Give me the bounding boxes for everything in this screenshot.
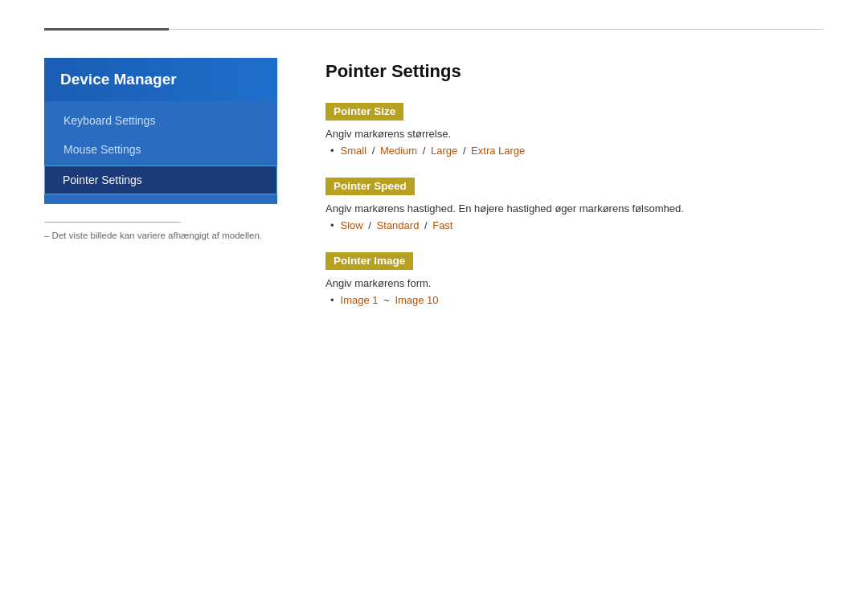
sidebar: Device Manager Keyboard Settings Mouse S… xyxy=(44,58,277,327)
top-bar xyxy=(0,0,868,58)
section-heading-pointer-speed: Pointer Speed xyxy=(326,178,415,195)
sidebar-item-pointer[interactable]: Pointer Settings xyxy=(44,166,277,194)
panel-title: Pointer Settings xyxy=(326,61,824,82)
section-pointer-size: Pointer Size Angiv markørens størrelse. … xyxy=(326,103,824,157)
sidebar-item-mouse[interactable]: Mouse Settings xyxy=(44,135,277,164)
top-bar-right-line xyxy=(169,29,824,30)
sidebar-header: Device Manager xyxy=(44,58,277,101)
option-medium[interactable]: Medium xyxy=(380,145,417,157)
sidebar-item-keyboard[interactable]: Keyboard Settings xyxy=(44,106,277,135)
section-pointer-speed: Pointer Speed Angiv markørens hastighed.… xyxy=(326,178,824,231)
bullet-pointer-image: • xyxy=(330,294,334,306)
section-desc-pointer-image: Angiv markørens form. xyxy=(326,277,824,289)
sidebar-divider xyxy=(44,222,181,223)
section-desc-pointer-speed: Angiv markørens hastighed. En højere has… xyxy=(326,202,824,215)
option-image10[interactable]: Image 10 xyxy=(395,294,438,306)
option-fast[interactable]: Fast xyxy=(432,219,452,231)
sidebar-footnote: – Det viste billede kan variere afhængig… xyxy=(44,231,277,240)
section-heading-pointer-image: Pointer Image xyxy=(326,252,413,270)
section-desc-pointer-size: Angiv markørens størrelse. xyxy=(326,128,824,140)
section-options-pointer-size: • Small / Medium / Large / Extra Large xyxy=(326,145,824,157)
option-standard[interactable]: Standard xyxy=(377,219,420,231)
panel: Pointer Settings Pointer Size Angiv mark… xyxy=(326,58,824,327)
bullet-pointer-size: • xyxy=(330,145,334,157)
section-options-pointer-image: • Image 1 ~ Image 10 xyxy=(326,294,824,306)
section-pointer-image: Pointer Image Angiv markørens form. • Im… xyxy=(326,252,824,306)
sidebar-nav: Keyboard Settings Mouse Settings Pointer… xyxy=(44,101,277,204)
main-content: Device Manager Keyboard Settings Mouse S… xyxy=(0,58,868,327)
option-large[interactable]: Large xyxy=(431,145,457,157)
option-small[interactable]: Small xyxy=(341,145,367,157)
bullet-pointer-speed: • xyxy=(330,219,334,231)
option-image1[interactable]: Image 1 xyxy=(341,294,379,306)
option-slow[interactable]: Slow xyxy=(341,219,363,231)
option-extra-large[interactable]: Extra Large xyxy=(471,145,525,157)
section-heading-pointer-size: Pointer Size xyxy=(326,103,403,121)
top-bar-left-line xyxy=(44,28,169,31)
section-options-pointer-speed: • Slow / Standard / Fast xyxy=(326,219,824,231)
